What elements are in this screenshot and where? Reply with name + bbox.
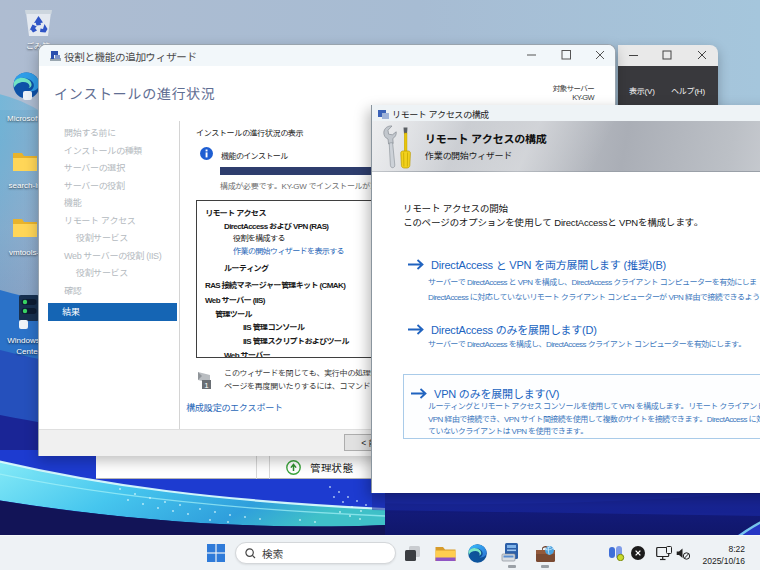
svg-text:1: 1: [204, 381, 209, 390]
